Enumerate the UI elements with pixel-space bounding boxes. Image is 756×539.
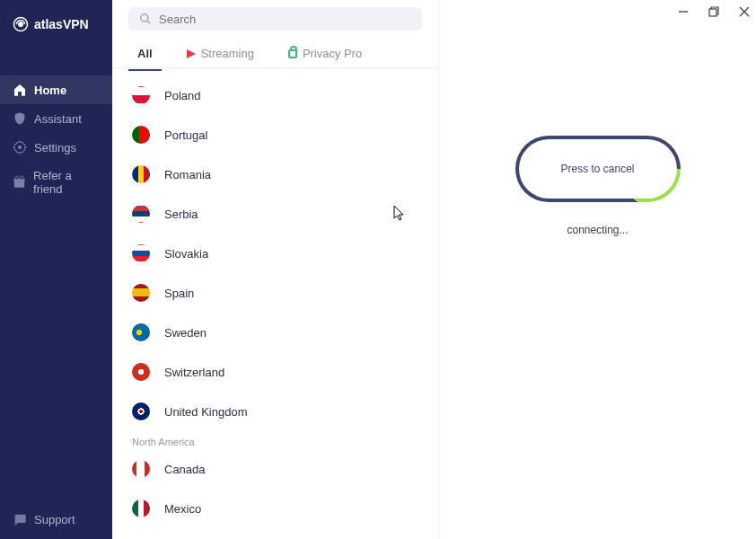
country-list[interactable]: PolandPortugalRomaniaSerbiaSlovakiaSpain… [112,68,438,539]
connect-button[interactable]: Press to cancel [519,139,677,199]
maximize-button[interactable] [708,5,720,18]
country-label: Spain [164,287,194,300]
svg-point-5 [141,14,148,22]
country-label: Mexico [164,502,201,516]
flag-icon [132,460,150,478]
gift-icon [13,175,26,190]
flag-icon [132,205,150,223]
country-label: Sweden [164,326,207,340]
country-mx[interactable]: Mexico [112,489,438,528]
country-sk[interactable]: Slovakia [112,234,438,273]
country-label: Poland [164,89,200,102]
country-label: Serbia [164,208,198,221]
country-rs[interactable]: Serbia [112,194,438,234]
minimize-button[interactable] [677,5,690,18]
tab-privacy-pro[interactable]: Privacy Pro [279,40,371,69]
app-logo: atlasVPN [0,16,112,32]
country-label: Slovakia [164,247,208,261]
sidebar: atlasVPN Home Assistant Settings Refer a… [0,0,112,539]
tab-all[interactable]: All [128,40,162,71]
sidebar-item-home[interactable]: Home [0,75,112,104]
home-icon [13,83,27,97]
country-gb[interactable]: United Kingdom [112,392,438,431]
country-ca[interactable]: Canada [112,449,438,489]
svg-rect-6 [709,9,716,16]
flag-icon [132,284,150,302]
country-pl[interactable]: Poland [112,75,438,115]
country-label: United Kingdom [164,405,248,419]
country-label: Canada [164,463,206,476]
sidebar-item-refer[interactable]: Refer a friend [0,162,112,203]
play-icon [187,49,196,58]
search-icon [139,13,152,25]
sidebar-item-assistant[interactable]: Assistant [0,104,112,133]
flag-icon [132,126,150,144]
window-controls [677,5,751,18]
app-name: atlasVPN [34,17,89,31]
svg-point-2 [18,146,22,149]
country-pt[interactable]: Portugal [112,115,438,155]
connect-button-label: Press to cancel [560,163,634,175]
close-button[interactable] [738,5,751,18]
tabs: All Streaming Privacy Pro [112,31,438,68]
gear-icon [13,140,27,155]
chat-icon [13,512,27,526]
flag-icon [132,165,150,183]
flag-icon [132,402,150,420]
region-header: North America [112,431,438,449]
tab-streaming[interactable]: Streaming [178,40,263,69]
connection-panel: Press to cancel connecting... [438,0,756,539]
country-label: Portugal [164,128,207,142]
search-input[interactable] [159,13,411,26]
shield-icon [13,111,27,126]
country-es[interactable]: Spain [112,273,438,313]
flag-icon [132,244,150,262]
flag-icon [132,363,150,381]
search-bar[interactable] [128,7,422,31]
svg-point-1 [19,22,23,27]
flag-icon [132,86,150,104]
country-ro[interactable]: Romania [112,155,438,194]
country-se[interactable]: Sweden [112,313,438,352]
sidebar-item-support[interactable]: Support [0,499,112,539]
flag-icon [132,323,150,341]
atlas-logo-icon [13,16,29,32]
flag-icon [132,499,150,517]
lock-icon [288,49,297,58]
connection-status: connecting... [567,224,628,236]
server-panel: All Streaming Privacy Pro PolandPortugal… [112,0,438,539]
country-us[interactable]: United States⌄ [112,528,438,539]
country-label: Switzerland [164,366,224,379]
country-label: Romania [164,168,211,181]
country-ch[interactable]: Switzerland [112,352,438,392]
sidebar-item-settings[interactable]: Settings [0,133,112,162]
nav: Home Assistant Settings Refer a friend [0,75,112,499]
